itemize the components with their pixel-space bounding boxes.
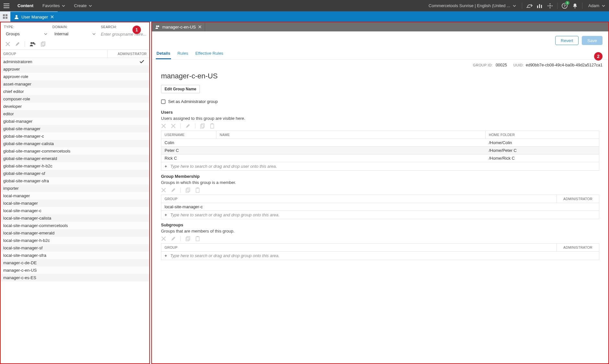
tab-rules[interactable]: Rules: [177, 49, 189, 59]
group-row[interactable]: developer: [1, 103, 149, 110]
group-row[interactable]: manager-c-es-ES: [1, 274, 149, 281]
group-row[interactable]: local-site-manager-sfra: [1, 252, 149, 259]
remove-button[interactable]: [161, 123, 166, 129]
group-row[interactable]: approver: [1, 65, 149, 73]
copy-icon: [185, 188, 190, 193]
checkbox-icon: [161, 99, 166, 104]
group-name: global-site-manager-emerald: [1, 155, 107, 162]
remove-all-button[interactable]: [171, 123, 176, 129]
users-table: USERNAME NAME HOME FOLDER Colin/Home/Col…: [161, 131, 599, 171]
cell-name: [216, 147, 486, 154]
edit-group-name-button[interactable]: Edit Group Name: [161, 85, 200, 93]
edit-button[interactable]: [171, 188, 176, 193]
user-row[interactable]: Peter C/Home/Peter C: [161, 147, 599, 154]
nav-content[interactable]: Content: [13, 0, 38, 11]
type-label: TYPE:: [4, 25, 49, 29]
paste-button[interactable]: [195, 188, 200, 193]
paste-button[interactable]: [210, 123, 215, 129]
group-row[interactable]: global-site-manager-c: [1, 132, 149, 140]
group-row[interactable]: approver-role: [1, 73, 149, 80]
group-row[interactable]: asset-manager: [1, 80, 149, 88]
save-button[interactable]: Save: [582, 36, 603, 45]
group-admin-cell: [107, 120, 149, 123]
svg-rect-0: [537, 6, 538, 8]
tab-close-button[interactable]: [51, 15, 54, 18]
group-row[interactable]: local-site-manager-commercetools: [1, 222, 149, 229]
group-row[interactable]: manager-c-de-DE: [1, 259, 149, 267]
remove-button[interactable]: [161, 236, 166, 241]
group-row[interactable]: global-site-manager-commercetools: [1, 147, 149, 155]
group-row[interactable]: editor: [1, 110, 149, 118]
apps-button[interactable]: [545, 0, 555, 11]
nav-create[interactable]: Create: [70, 0, 97, 11]
group-row[interactable]: local-site-manager-h-b2c: [1, 237, 149, 244]
group-row[interactable]: global-site-manager-emerald: [1, 155, 149, 162]
copy-button[interactable]: [185, 236, 190, 241]
group-row[interactable]: local-site-manager-sf: [1, 244, 149, 252]
preview-button[interactable]: [524, 0, 534, 11]
set-admin-checkbox[interactable]: [161, 99, 166, 104]
nav-favorites[interactable]: Favorites: [38, 0, 69, 11]
chevron-down-icon: [44, 32, 47, 36]
group-row[interactable]: local-site-manager-c: [1, 207, 149, 214]
copy-button[interactable]: [185, 188, 190, 193]
detail-tab[interactable]: manager-c-en-US: [152, 22, 205, 31]
remove-button[interactable]: [161, 188, 166, 193]
help-button[interactable]: ? 3: [559, 0, 570, 11]
edit-button[interactable]: [171, 236, 176, 241]
cell-home: /Home/Peter C: [486, 147, 599, 154]
group-row[interactable]: global-manager: [1, 118, 149, 125]
revert-button[interactable]: Revert: [555, 36, 579, 45]
group-row[interactable]: local-site-manager-calista: [1, 214, 149, 222]
group-row[interactable]: local-manager: [1, 192, 149, 199]
group-row[interactable]: global-site-manager-sf: [1, 170, 149, 177]
user-menu[interactable]: Adam: [584, 3, 609, 8]
group-row[interactable]: composer-role: [1, 95, 149, 103]
group-row[interactable]: manager-c-en-US: [1, 267, 149, 274]
membership-row[interactable]: local-site-manager-c: [161, 203, 599, 211]
group-row[interactable]: administratoren: [1, 58, 149, 65]
svg-point-4: [550, 3, 551, 4]
menu-button[interactable]: [0, 0, 13, 11]
edit-button[interactable]: [185, 123, 190, 129]
delete-button[interactable]: [5, 41, 10, 47]
notifications-button[interactable]: [570, 0, 580, 11]
analytics-button[interactable]: [534, 0, 545, 11]
detail-tab-close[interactable]: [198, 25, 201, 28]
group-row[interactable]: global-site-manager-sfra: [1, 177, 149, 185]
add-user-row[interactable]: + Type here to search or drag and drop u…: [161, 162, 599, 170]
copy-button[interactable]: [200, 123, 205, 129]
site-selector[interactable]: Commercetools Sunrise | English (United …: [425, 0, 520, 11]
group-row[interactable]: global-site-manager-h-b2c: [1, 162, 149, 170]
add-membership-row[interactable]: + Type here to search or drag and drop g…: [161, 211, 599, 219]
nav-content-label: Content: [17, 3, 33, 8]
pencil-icon: [171, 188, 176, 193]
tab-user-manager[interactable]: User Manager: [10, 11, 58, 22]
user-row[interactable]: Colin/Home/Colin: [161, 139, 599, 147]
group-row[interactable]: chief editor: [1, 88, 149, 95]
user-row[interactable]: Rick C/Home/Rick C: [161, 154, 599, 162]
edit-button[interactable]: [15, 41, 20, 47]
tab-details[interactable]: Details: [156, 49, 171, 59]
group-admin-cell: [107, 269, 149, 272]
group-row[interactable]: local-site-manager-emerald: [1, 229, 149, 237]
domain-select[interactable]: Internal: [52, 30, 98, 38]
group-row[interactable]: global-site-manager-calista: [1, 140, 149, 147]
add-group-button[interactable]: [29, 41, 36, 47]
tab-effective-rules[interactable]: Effective Rules: [195, 49, 224, 59]
group-admin-cell: [107, 128, 149, 130]
domain-filter: DOMAIN: Internal: [52, 25, 98, 38]
plus-icon: +: [165, 212, 167, 217]
group-row[interactable]: local-site-manager: [1, 199, 149, 207]
topbar: Content Favorites Create Commercetools S…: [0, 0, 609, 11]
group-row[interactable]: importer: [1, 185, 149, 192]
paste-button[interactable]: [195, 236, 200, 241]
copy-button[interactable]: [40, 41, 46, 47]
type-select[interactable]: Groups: [4, 30, 49, 38]
workspace-home-slot[interactable]: [0, 11, 10, 22]
group-row[interactable]: global-site-manager: [1, 125, 149, 132]
membership-title: Group Membership: [161, 174, 599, 179]
group-list[interactable]: administratorenapproverapprover-roleasse…: [1, 58, 149, 363]
group-admin-cell: [107, 113, 149, 115]
add-subgroup-row[interactable]: + Type here to search or drag and drop g…: [161, 252, 599, 260]
